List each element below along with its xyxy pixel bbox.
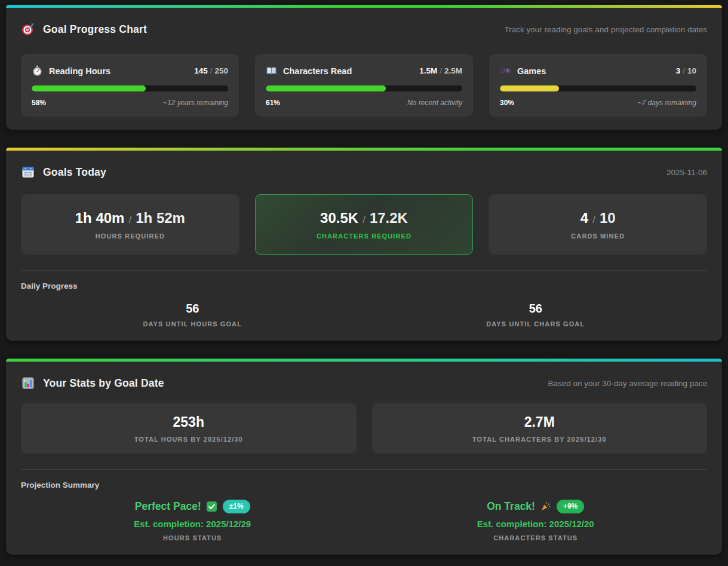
status-text: Perfect Pace!	[135, 500, 201, 513]
gamepad-icon	[500, 65, 511, 77]
stats-by-goal-date-card: Your Stats by Goal Date Based on your 30…	[6, 359, 722, 555]
card-title: Goals Today	[43, 166, 106, 179]
goal-note: ~12 years remaining	[163, 99, 228, 107]
card-accent-bar	[6, 359, 722, 362]
card-date: 2025-11-06	[666, 168, 707, 177]
goal-current: 145	[194, 66, 208, 75]
value-separator: /	[437, 66, 444, 75]
total-value: 2.7M	[524, 414, 555, 430]
total-label: TOTAL HOURS BY 2025/12/30	[134, 436, 243, 443]
projection-label: CHARACTERS STATUS	[364, 534, 708, 541]
stat-value: 4/10	[580, 210, 616, 227]
goals-today-card: Goals Today 2025-11-06 1h 40m/1h 52m HOU…	[6, 148, 722, 341]
stat-box-hours-required: 1h 40m/1h 52m HOURS REQUIRED	[21, 194, 239, 255]
card-accent-bar	[6, 5, 722, 8]
characters-projection: On Track! +9%	[364, 500, 708, 541]
stat-label: HOURS REQUIRED	[96, 232, 165, 240]
goal-card-reading-hours: Reading Hours 145/250 58% ~12 years rema…	[21, 54, 239, 117]
stat-target: 1h 52m	[136, 210, 185, 226]
goal-name: Reading Hours	[49, 66, 110, 76]
check-mark-icon	[207, 501, 217, 512]
stat-box-characters-required: 30.5K/17.2K CHARACTERS REQUIRED	[255, 194, 474, 255]
goal-target: 250	[214, 66, 228, 75]
stopwatch-icon	[32, 65, 43, 77]
value-separator: /	[588, 214, 600, 225]
value-separator: /	[358, 214, 370, 225]
completion-date: Est. completion: 2025/12/20	[364, 519, 708, 529]
days-value: 56	[21, 302, 364, 316]
card-subtitle: Track your reading goals and projected c…	[505, 25, 707, 34]
total-characters-box: 2.7M TOTAL CHARACTERS BY 2025/12/30	[372, 403, 708, 454]
stat-label: CHARACTERS REQUIRED	[317, 232, 411, 240]
stat-target: 10	[600, 210, 616, 226]
goal-card-characters-read: Characters Read 1.5M/2.5M 61% No recent …	[255, 54, 473, 117]
stat-box-cards-mined: 4/10 CARDS MINED	[489, 194, 707, 255]
value-separator: /	[208, 66, 215, 75]
goal-percent: 30%	[500, 99, 514, 107]
open-book-icon	[266, 65, 277, 77]
days-label: DAYS UNTIL HOURS GOAL	[21, 320, 364, 328]
goal-name: Games	[517, 66, 546, 76]
goal-name: Characters Read	[283, 66, 352, 76]
goal-values: 1.5M/2.5M	[419, 66, 462, 75]
status-text: On Track!	[487, 500, 535, 513]
total-value: 253h	[173, 414, 204, 430]
status-badge: +9%	[557, 500, 584, 513]
progress-bar-fill	[500, 85, 559, 91]
calendar-icon	[21, 165, 35, 179]
card-subtitle: Based on your 30-day average reading pac…	[548, 379, 707, 388]
goal-card-games: Games 3/10 30% ~7 days remaining	[489, 54, 707, 117]
card-header: Your Stats by Goal Date Based on your 30…	[21, 376, 707, 390]
goal-current: 1.5M	[419, 66, 437, 75]
goal-percent: 61%	[266, 99, 280, 107]
stat-target: 17.2K	[370, 210, 408, 226]
section-divider	[21, 469, 707, 470]
progress-bar-track	[266, 85, 462, 91]
bar-chart-icon	[21, 376, 35, 390]
goal-values: 145/250	[194, 66, 228, 75]
hours-projection: Perfect Pace! ±1% Est. completion: 2025/…	[21, 500, 364, 541]
dashboard: Goal Progress Chart Track your reading g…	[0, 0, 728, 560]
target-icon	[21, 22, 35, 36]
goal-row: Reading Hours 145/250 58% ~12 years rema…	[21, 54, 707, 117]
card-title: Your Stats by Goal Date	[43, 377, 164, 390]
stat-value: 1h 40m/1h 52m	[75, 210, 185, 227]
goal-note: ~7 days remaining	[638, 99, 696, 107]
daily-progress-label: Daily Progress	[21, 282, 707, 290]
card-header: Goal Progress Chart Track your reading g…	[21, 22, 707, 36]
total-hours-box: 253h TOTAL HOURS BY 2025/12/30	[21, 403, 357, 454]
goal-target: 10	[687, 66, 696, 75]
progress-bar-fill	[266, 85, 386, 91]
stat-current: 1h 40m	[75, 210, 125, 226]
today-stats-row: 1h 40m/1h 52m HOURS REQUIRED 30.5K/17.2K…	[21, 194, 707, 255]
projection-row: Perfect Pace! ±1% Est. completion: 2025/…	[21, 500, 707, 541]
goal-target: 2.5M	[444, 66, 462, 75]
stat-value: 30.5K/17.2K	[320, 210, 408, 227]
projection-label: HOURS STATUS	[21, 534, 364, 541]
goal-note: No recent activity	[407, 99, 462, 107]
card-title: Goal Progress Chart	[43, 23, 147, 36]
progress-bar-track	[500, 85, 696, 91]
goal-values: 3/10	[676, 66, 696, 75]
stat-current: 30.5K	[320, 210, 358, 226]
daily-progress-row: 56 DAYS UNTIL HOURS GOAL 56 DAYS UNTIL C…	[21, 302, 707, 328]
value-separator: /	[680, 66, 687, 75]
completion-date: Est. completion: 2025/12/29	[21, 519, 364, 529]
value-separator: /	[124, 214, 136, 225]
total-label: TOTAL CHARACTERS BY 2025/12/30	[472, 436, 607, 443]
section-divider	[21, 270, 707, 271]
progress-bar-track	[32, 85, 228, 91]
party-popper-icon	[540, 501, 551, 512]
projection-summary-label: Projection Summary	[21, 481, 707, 489]
days-until-hours-goal: 56 DAYS UNTIL HOURS GOAL	[21, 302, 364, 328]
days-label: DAYS UNTIL CHARS GOAL	[364, 320, 708, 328]
goal-progress-card: Goal Progress Chart Track your reading g…	[6, 5, 722, 130]
days-until-chars-goal: 56 DAYS UNTIL CHARS GOAL	[364, 302, 708, 328]
status-badge: ±1%	[223, 500, 250, 513]
progress-bar-fill	[32, 85, 146, 91]
stat-current: 4	[580, 210, 588, 226]
card-accent-bar	[6, 148, 722, 151]
goal-percent: 58%	[32, 99, 46, 107]
totals-row: 253h TOTAL HOURS BY 2025/12/30 2.7M TOTA…	[21, 403, 707, 454]
stat-label: CARDS MINED	[571, 232, 625, 240]
